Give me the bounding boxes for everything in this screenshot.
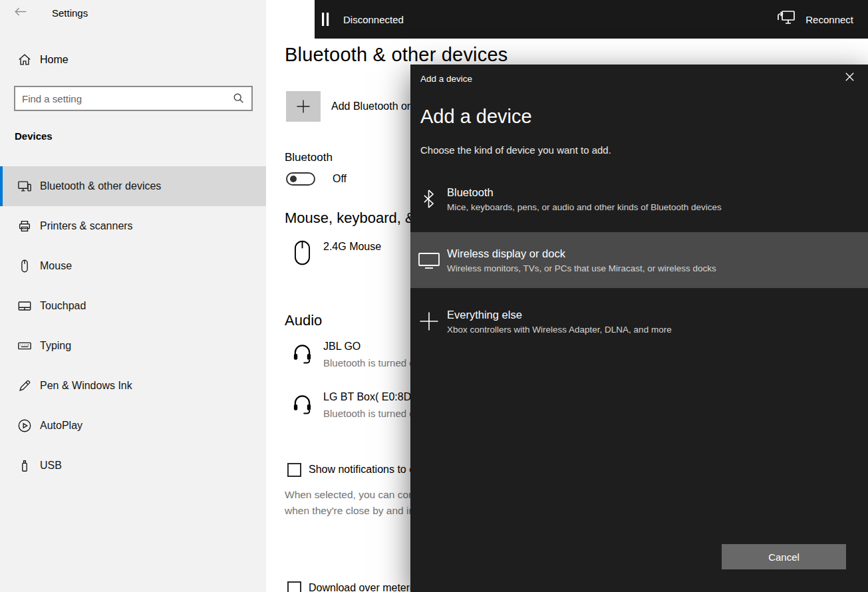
search-box [14,86,253,111]
reconnect-label: Reconnect [805,14,853,25]
back-button[interactable] [0,5,28,21]
sidebar-item-home[interactable]: Home [0,47,266,73]
settings-sidebar: Settings Home Devices Bluetooth & other … [0,0,266,592]
sidebar-item-autoplay[interactable]: AutoPlay [0,406,266,446]
reconnect-button[interactable]: Reconnect [776,9,853,29]
device-name: LG BT Box( E0:8D [323,391,420,403]
bluetooth-toggle-row: Off [286,172,347,186]
sidebar-item-touchpad[interactable]: Touchpad [0,286,266,326]
home-label: Home [40,54,69,66]
device-name: 2.4G Mouse [323,238,381,253]
reconnect-icon [776,9,796,29]
dialog-subheading: Choose the kind of device you want to ad… [420,144,611,156]
sidebar-item-mouse[interactable]: Mouse [0,246,266,286]
device-row-jbl-go[interactable]: JBL GO Bluetooth is turned off [286,341,420,369]
sidebar-item-label: Bluetooth & other devices [40,180,161,192]
bluetooth-toggle[interactable] [286,172,315,186]
device-row-lg-bt-box[interactable]: LG BT Box( E0:8D Bluetooth is turned off [286,391,420,419]
option-description: Wireless monitors, TVs, or PCs that use … [447,263,716,273]
option-title: Bluetooth [447,186,722,199]
mouse-device-icon [286,238,318,266]
titlebar: Settings [0,3,88,23]
sidebar-item-label: Typing [40,340,71,352]
sidebar-item-label: AutoPlay [40,420,82,432]
headset-icon [286,391,318,415]
device-name: JBL GO [323,341,420,353]
connect-banner: Disconnected Reconnect [315,0,868,39]
keyboard-icon [17,339,32,353]
wireless-display-icon [410,251,447,269]
sidebar-nav: Bluetooth & other devices Printers & sca… [0,166,266,486]
section-heading-audio: Audio [285,312,322,329]
option-description: Mice, keyboards, pens, or audio and othe… [447,202,722,212]
option-everything-else[interactable]: Everything else Xbox controllers with Wi… [410,297,868,345]
cancel-button[interactable]: Cancel [722,544,846,569]
sidebar-item-usb[interactable]: USB [0,446,266,486]
sidebar-item-pen-windows-ink[interactable]: Pen & Windows Ink [0,366,266,406]
bluetooth-toggle-label: Bluetooth [285,151,333,164]
pen-icon [17,378,32,393]
grip-icon [321,12,330,27]
toggle-knob [290,176,297,182]
device-status: Bluetooth is turned off [323,357,420,369]
sidebar-item-label: Printers & scanners [40,220,133,232]
option-title: Everything else [447,309,672,321]
bluetooth-toggle-state: Off [333,173,347,185]
sidebar-item-label: Pen & Windows Ink [40,380,132,392]
device-row-mouse[interactable]: 2.4G Mouse [286,238,381,266]
usb-icon [17,458,32,473]
selection-accent [0,166,3,206]
option-wireless-display[interactable]: Wireless display or dock Wireless monito… [410,232,868,288]
dialog-titlebar: Add a device [410,65,868,92]
add-device-dialog: Add a device Add a device Choose the kin… [410,65,868,592]
app-title: Settings [52,7,88,19]
sidebar-item-label: Mouse [40,260,72,272]
bluetooth-icon [410,189,447,209]
plus-icon [286,91,321,122]
back-arrow-icon [13,5,28,21]
sidebar-item-label: Touchpad [40,300,86,312]
close-button[interactable] [835,65,864,91]
autoplay-icon [17,418,32,433]
connection-status: Disconnected [343,14,404,25]
swift-pair-checkbox [287,463,301,477]
home-icon [17,53,32,67]
sidebar-item-printers-scanners[interactable]: Printers & scanners [0,206,266,246]
search-input[interactable] [15,93,233,104]
sidebar-section-heading: Devices [15,130,53,142]
touchpad-icon [17,299,32,313]
option-description: Xbox controllers with Wireless Adapter, … [447,325,672,335]
dialog-titlebar-title: Add a device [420,74,472,84]
option-title: Wireless display or dock [447,247,716,260]
sidebar-item-typing[interactable]: Typing [0,326,266,366]
device-status: Bluetooth is turned off [323,408,420,419]
option-bluetooth[interactable]: Bluetooth Mice, keyboards, pens, or audi… [410,175,868,223]
dialog-options: Bluetooth Mice, keyboards, pens, or audi… [410,175,868,355]
search-icon[interactable] [233,92,251,104]
headset-icon [286,341,318,365]
page-title: Bluetooth & other devices [285,44,507,66]
bluetooth-devices-icon [17,179,32,194]
dialog-heading: Add a device [420,106,532,128]
sidebar-item-bluetooth-devices[interactable]: Bluetooth & other devices [0,166,266,206]
metered-checkbox [287,581,301,592]
close-icon [845,73,854,83]
plus-icon [410,311,447,331]
mouse-icon [17,259,32,273]
sidebar-item-label: USB [40,460,62,472]
printer-icon [17,219,32,233]
